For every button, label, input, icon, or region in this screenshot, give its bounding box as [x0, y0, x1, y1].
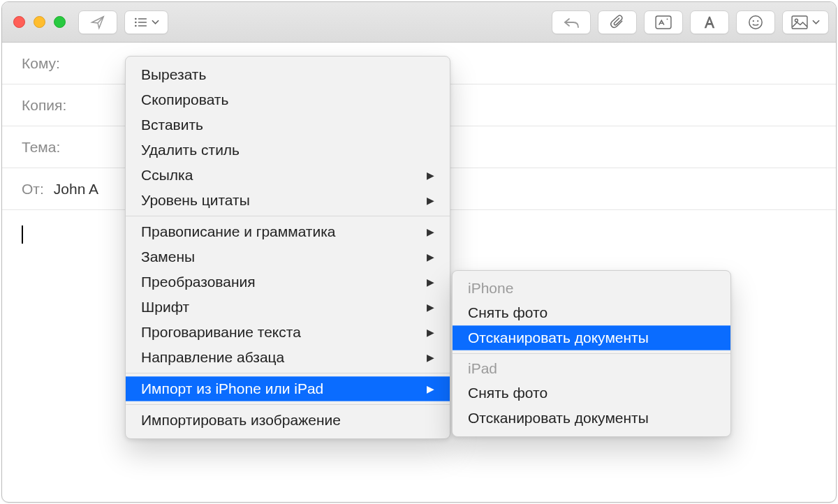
submenu-arrow-icon: ▶: [427, 251, 434, 262]
reply-button[interactable]: [552, 10, 591, 34]
photo-icon: [791, 15, 808, 29]
mail-compose-window: Кому: Копия: Тема: От: John A Вырезать С…: [1, 1, 837, 503]
paper-plane-icon: [90, 15, 105, 30]
submenu-arrow-icon: ▶: [427, 327, 434, 338]
svg-rect-11: [792, 15, 807, 28]
photo-browser-dropdown[interactable]: [782, 10, 829, 34]
format-button[interactable]: [690, 10, 729, 34]
from-value: John A: [54, 181, 98, 198]
text-cursor: [22, 225, 23, 244]
menu-item-transformations[interactable]: Преобразования▶: [126, 269, 450, 295]
svg-point-10: [757, 20, 758, 22]
context-menu: Вырезать Скопировать Вставить Удалить ст…: [125, 56, 450, 439]
menu-separator: [126, 216, 450, 216]
submenu-arrow-icon: ▶: [427, 226, 434, 237]
submenu-item-ipad-take-photo[interactable]: Снять фото: [453, 380, 730, 406]
svg-point-9: [753, 20, 754, 22]
submenu-arrow-icon: ▶: [427, 170, 434, 181]
submenu-arrow-icon: ▶: [427, 383, 434, 394]
svg-point-8: [749, 15, 762, 28]
titlebar: [2, 2, 836, 43]
to-label: Кому:: [22, 55, 60, 72]
send-button[interactable]: [78, 10, 117, 34]
reply-arrow-icon: [563, 16, 580, 29]
attach-button[interactable]: [598, 10, 637, 34]
submenu-arrow-icon: ▶: [427, 302, 434, 313]
menu-item-quote-level[interactable]: Уровень цитаты▶: [126, 188, 450, 213]
menu-separator: [126, 373, 450, 373]
close-window-button[interactable]: [13, 16, 25, 28]
svg-rect-6: [656, 15, 671, 28]
markup-icon: [655, 15, 672, 29]
cc-label: Копия:: [22, 97, 66, 114]
markup-button[interactable]: [644, 10, 683, 34]
submenu-header-ipad: iPad: [453, 357, 730, 380]
subject-label: Тема:: [22, 139, 60, 156]
menu-item-link[interactable]: Ссылка▶: [126, 163, 450, 188]
menu-item-import-image[interactable]: Импортировать изображение: [126, 408, 450, 433]
menu-item-paste[interactable]: Вставить: [126, 112, 450, 138]
chevron-down-icon: [812, 20, 820, 25]
menu-item-copy[interactable]: Скопировать: [126, 87, 450, 112]
format-a-icon: [703, 15, 716, 29]
import-device-submenu: iPhone Снять фото Отсканировать документ…: [452, 270, 731, 437]
window-controls: [13, 16, 66, 28]
smiley-icon: [748, 15, 763, 30]
menu-item-substitutions[interactable]: Замены▶: [126, 244, 450, 269]
list-icon: [133, 16, 147, 29]
svg-point-4: [135, 24, 137, 27]
emoji-button[interactable]: [736, 10, 775, 34]
submenu-item-iphone-scan-docs[interactable]: Отсканировать документы: [453, 325, 730, 350]
menu-separator: [453, 353, 730, 354]
submenu-arrow-icon: ▶: [427, 195, 434, 206]
minimize-window-button[interactable]: [34, 16, 45, 28]
submenu-arrow-icon: ▶: [427, 352, 434, 363]
svg-point-12: [795, 19, 797, 22]
svg-point-0: [135, 17, 137, 20]
menu-item-paragraph-direction[interactable]: Направление абзаца▶: [126, 345, 450, 370]
svg-point-7: [667, 18, 668, 20]
chevron-down-icon: [152, 20, 159, 25]
header-fields-dropdown[interactable]: [124, 10, 168, 34]
submenu-arrow-icon: ▶: [427, 276, 434, 288]
menu-item-speech[interactable]: Проговаривание текста▶: [126, 320, 450, 345]
paperclip-icon: [610, 15, 624, 30]
fullscreen-window-button[interactable]: [54, 16, 66, 28]
menu-item-remove-style[interactable]: Удалить стиль: [126, 138, 450, 163]
menu-separator: [126, 404, 450, 405]
submenu-header-iphone: iPhone: [453, 276, 730, 300]
submenu-item-iphone-take-photo[interactable]: Снять фото: [453, 300, 730, 325]
menu-item-cut[interactable]: Вырезать: [126, 62, 450, 87]
menu-item-spelling[interactable]: Правописание и грамматика▶: [126, 219, 450, 244]
menu-item-import-from-device[interactable]: Импорт из iPhone или iPad▶: [126, 376, 450, 401]
from-label: От:: [22, 181, 44, 198]
menu-item-font[interactable]: Шрифт▶: [126, 295, 450, 320]
submenu-item-ipad-scan-docs[interactable]: Отсканировать документы: [453, 406, 730, 431]
svg-point-2: [135, 21, 137, 23]
